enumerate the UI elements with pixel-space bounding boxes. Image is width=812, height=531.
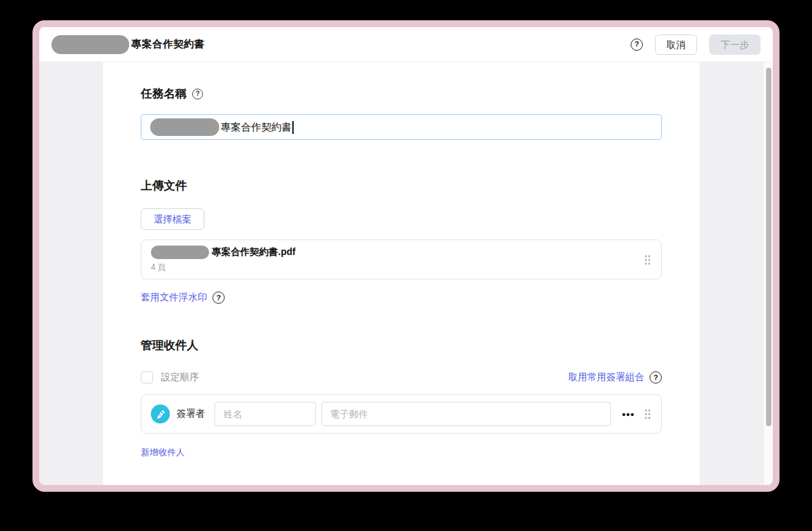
redacted-title-prefix bbox=[51, 35, 129, 54]
scrollbar-track bbox=[764, 62, 773, 485]
choose-file-button[interactable]: 選擇檔案 bbox=[141, 208, 204, 230]
next-step-button[interactable]: 下一步 bbox=[709, 34, 761, 55]
scrollbar-thumb[interactable] bbox=[766, 68, 771, 426]
content-area: 任務名稱 ? 專案合作契約書 上傳文件 選擇檔案 專案合作契約書.pdf bbox=[39, 62, 773, 485]
signer-pen-icon bbox=[151, 405, 170, 423]
task-name-heading: 任務名稱 ? bbox=[141, 86, 662, 101]
upload-heading-label: 上傳文件 bbox=[141, 178, 187, 193]
recipient-name-input[interactable] bbox=[215, 402, 316, 426]
add-recipient-link[interactable]: 新增收件人 bbox=[141, 446, 185, 459]
file-name: 專案合作契約書.pdf bbox=[212, 246, 296, 258]
task-name-heading-label: 任務名稱 bbox=[141, 86, 187, 101]
redacted-input-prefix bbox=[150, 118, 219, 136]
preset-combo-help-icon[interactable]: ? bbox=[650, 371, 662, 384]
set-order-label: 設定順序 bbox=[161, 371, 199, 384]
preset-combo-row: 取用常用簽署組合 ? bbox=[568, 371, 662, 384]
task-name-value: 專案合作契約書 bbox=[221, 121, 292, 134]
app-window: 專案合作契約書 ? 取消 下一步 任務名稱 ? 專案合作契約書 上傳文件 選擇檔… bbox=[32, 20, 780, 492]
recipient-email-input[interactable] bbox=[321, 402, 611, 426]
set-order-checkbox[interactable] bbox=[141, 371, 153, 384]
more-options-button[interactable]: ••• bbox=[621, 407, 636, 422]
recipients-heading: 管理收件人 bbox=[141, 338, 662, 353]
task-name-input[interactable]: 專案合作契約書 bbox=[141, 114, 662, 140]
top-bar: 專案合作契約書 ? 取消 下一步 bbox=[39, 27, 773, 62]
top-bar-actions: ? 取消 下一步 bbox=[631, 34, 761, 55]
set-order-row: 設定順序 取用常用簽署組合 ? bbox=[141, 371, 662, 384]
task-name-help-icon[interactable]: ? bbox=[192, 89, 203, 99]
file-page-count: 4 頁 bbox=[151, 262, 644, 273]
form-column: 任務名稱 ? 專案合作契約書 上傳文件 選擇檔案 專案合作契約書.pdf bbox=[103, 62, 700, 485]
watermark-row: 套用文件浮水印 ? bbox=[141, 292, 662, 304]
apply-watermark-link[interactable]: 套用文件浮水印 bbox=[141, 292, 207, 304]
use-preset-combo-link[interactable]: 取用常用簽署組合 bbox=[568, 371, 644, 384]
upload-heading: 上傳文件 bbox=[141, 178, 662, 193]
watermark-help-icon[interactable]: ? bbox=[212, 292, 225, 304]
uploaded-file-card[interactable]: 專案合作契約書.pdf 4 頁 bbox=[141, 239, 662, 279]
file-info: 專案合作契約書.pdf 4 頁 bbox=[151, 246, 644, 273]
window-title: 專案合作契約書 bbox=[131, 38, 205, 51]
cancel-button[interactable]: 取消 bbox=[655, 34, 697, 55]
drag-handle-icon[interactable] bbox=[644, 254, 652, 265]
text-caret bbox=[292, 121, 294, 134]
redacted-file-prefix bbox=[151, 246, 209, 259]
recipient-row: 簽署者 ••• bbox=[141, 394, 662, 434]
recipient-role-label: 簽署者 bbox=[177, 408, 205, 420]
recipients-heading-label: 管理收件人 bbox=[141, 338, 198, 353]
recipient-drag-handle-icon[interactable] bbox=[644, 409, 652, 419]
help-icon[interactable]: ? bbox=[631, 39, 643, 51]
